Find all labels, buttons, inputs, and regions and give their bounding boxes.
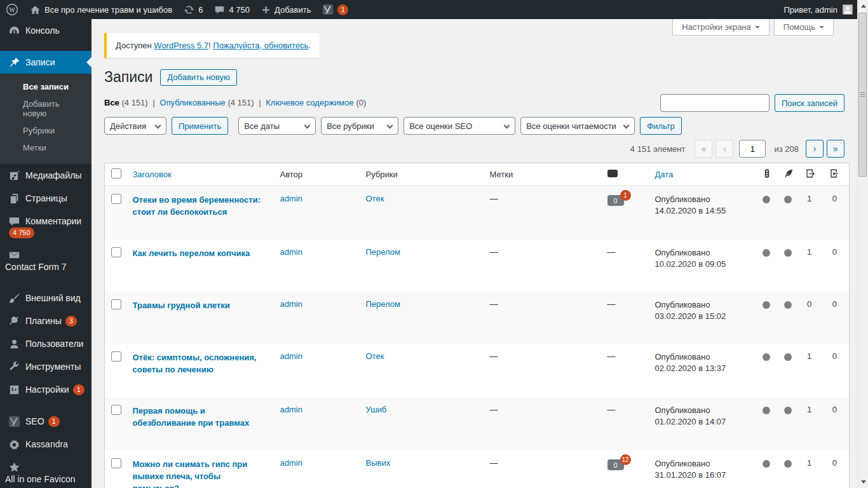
site-name-link[interactable]: Все про лечение травм и ушибов xyxy=(24,0,178,19)
view-published-link[interactable]: Опубликованные (4 151) xyxy=(159,98,254,107)
post-author-link[interactable]: admin xyxy=(280,405,302,414)
post-category-link[interactable]: Ушиб xyxy=(366,405,387,414)
post-category-link[interactable]: Перелом xyxy=(366,247,401,257)
next-page-button[interactable]: › xyxy=(806,140,824,158)
sort-by-title-header[interactable]: Заголовок xyxy=(133,170,172,179)
post-author-link[interactable]: admin xyxy=(280,299,302,309)
comments-icon xyxy=(8,215,20,227)
view-separator: | xyxy=(153,98,154,107)
readability-score-dot xyxy=(784,460,792,468)
avatar[interactable] xyxy=(843,4,853,15)
post-title-link[interactable]: Отёк: симптомы, осложнения, советы по ле… xyxy=(133,351,268,376)
author-column-header: Автор xyxy=(274,163,360,186)
row-select-checkbox[interactable] xyxy=(111,405,121,415)
post-author-link[interactable]: admin xyxy=(280,458,302,468)
post-title-link[interactable]: Травмы грудной клетки xyxy=(133,299,230,311)
wordpress-logo-menu[interactable]: W xyxy=(0,0,24,19)
sidebar-item-tools[interactable]: Инструменты xyxy=(0,355,92,378)
submenu-all-posts[interactable]: Все записи xyxy=(0,78,92,95)
last-page-button[interactable]: » xyxy=(827,140,844,158)
post-author-link[interactable]: admin xyxy=(280,247,302,257)
post-author-link[interactable]: admin xyxy=(280,194,302,203)
apply-button[interactable]: Применить xyxy=(172,117,228,135)
scrollbar-thumb[interactable] xyxy=(858,13,867,177)
sidebar-item-seo[interactable]: SEO 1 xyxy=(0,410,92,433)
sidebar-item-kassandra[interactable]: Kassandra xyxy=(0,433,92,456)
readability-score-dot xyxy=(784,353,792,361)
chevron-down-icon xyxy=(304,123,311,129)
sidebar-item-pages[interactable]: Страницы xyxy=(0,187,92,210)
outgoing-links-count: 1 xyxy=(807,247,811,257)
row-select-checkbox[interactable] xyxy=(111,458,121,468)
sidebar-item-plugins[interactable]: Плагины 3 xyxy=(0,309,92,332)
post-category-link[interactable]: Перелом xyxy=(366,299,401,309)
appearance-brush-icon xyxy=(8,292,20,304)
comments-column-icon[interactable] xyxy=(607,170,618,177)
screen-options-tab[interactable]: Настройки экрана xyxy=(672,19,770,36)
add-new-post-button[interactable]: Добавить новую xyxy=(160,69,236,86)
submenu-tags[interactable]: Метки xyxy=(0,139,92,156)
chevron-down-icon xyxy=(155,123,161,129)
post-title-link[interactable]: Как лечить перелом копчика xyxy=(133,247,250,259)
bulk-actions-select[interactable]: Действия xyxy=(104,117,166,135)
post-date: 02.02.2020 в 13:37 xyxy=(655,363,726,373)
row-select-checkbox[interactable] xyxy=(111,299,121,309)
first-page-button[interactable]: « xyxy=(695,140,712,158)
howdy-greeting[interactable]: Привет, admin xyxy=(783,5,837,15)
sidebar-item-comments[interactable]: Комментарии 4 750 xyxy=(0,210,92,243)
sidebar-item-settings[interactable]: Настройки 1 xyxy=(0,378,92,401)
row-select-checkbox[interactable] xyxy=(111,351,121,362)
vertical-scrollbar[interactable] xyxy=(857,0,868,488)
previous-page-button[interactable]: ‹ xyxy=(715,140,733,158)
view-all-link[interactable]: Все (4 151) xyxy=(104,98,148,107)
sort-by-date-header[interactable]: Дата xyxy=(655,170,674,179)
settings-icon xyxy=(8,383,20,396)
post-title-link[interactable]: Отеки во время беременности: стоит ли бе… xyxy=(133,194,268,218)
filter-button[interactable]: Фильтр xyxy=(640,117,682,135)
sidebar-item-users[interactable]: Пользователи xyxy=(0,332,92,355)
post-author-link[interactable]: admin xyxy=(280,351,302,361)
current-page-input[interactable] xyxy=(739,140,766,158)
post-category-link[interactable]: Отек xyxy=(366,194,384,203)
updates-menu[interactable]: 6 xyxy=(178,0,208,19)
outgoing-links-count: 1 xyxy=(807,351,811,361)
post-category-link[interactable]: Отек xyxy=(366,351,384,361)
dates-filter-select[interactable]: Все даты xyxy=(238,117,316,135)
sidebar-item-label: Пользователи xyxy=(25,338,83,349)
comments-menu[interactable]: 4 750 xyxy=(208,0,255,19)
sidebar-item-all-in-one-favicon[interactable]: All in one Favicon xyxy=(0,456,92,488)
post-title-link[interactable]: Первая помощь и обезболивание при травма… xyxy=(133,405,268,429)
wordpress-update-link[interactable]: WordPress 5.7 xyxy=(154,41,208,50)
new-content-menu[interactable]: Добавить xyxy=(255,0,316,19)
seo-scores-filter-select[interactable]: Все оценки SEO xyxy=(403,117,515,135)
sidebar-item-media[interactable]: Медиафайлы xyxy=(0,164,92,187)
sidebar-item-dashboard[interactable]: Консоль xyxy=(0,19,92,42)
please-update-link[interactable]: Пожалуйста, обновитесь xyxy=(213,41,308,50)
row-select-checkbox[interactable] xyxy=(111,194,121,204)
pending-comments-badge[interactable]: 12 xyxy=(620,454,631,465)
search-input[interactable] xyxy=(660,94,770,112)
yoast-admin-bar-menu[interactable]: 1 xyxy=(316,0,354,19)
chevron-down-icon xyxy=(755,26,760,31)
submenu-add-new[interactable]: Добавить новую xyxy=(0,95,92,122)
pending-comments-badge[interactable]: 1 xyxy=(620,190,631,201)
sidebar-item-posts[interactable]: Записи xyxy=(0,51,92,74)
post-category-link[interactable]: Вывих xyxy=(366,458,391,468)
search-posts-button[interactable]: Поиск записей xyxy=(775,94,844,112)
approved-comments-count: 0 xyxy=(613,197,617,205)
readability-filter-select[interactable]: Все оценки читаемости xyxy=(520,117,635,135)
help-tab[interactable]: Помощь xyxy=(774,19,834,36)
submenu-categories[interactable]: Рубрики xyxy=(0,122,92,139)
sidebar-item-appearance[interactable]: Внешний вид xyxy=(0,287,92,309)
view-cornerstone-link[interactable]: Ключевое содержимое (0) xyxy=(266,98,366,107)
categories-filter-select[interactable]: Все рубрики xyxy=(321,117,398,135)
post-title-link[interactable]: Можно ли снимать гипс при вывихе плеча, … xyxy=(133,458,268,488)
sidebar-item-contact-form-7[interactable]: Contact Form 7 xyxy=(0,243,92,278)
total-pages-label: из 208 xyxy=(774,144,799,154)
items-count: 4 151 элемент xyxy=(630,144,686,154)
seo-score-dot xyxy=(763,249,770,257)
scroll-down-button[interactable] xyxy=(858,477,868,488)
row-select-checkbox[interactable] xyxy=(111,247,121,257)
scroll-up-button[interactable] xyxy=(858,0,868,11)
select-all-checkbox[interactable] xyxy=(111,168,121,179)
